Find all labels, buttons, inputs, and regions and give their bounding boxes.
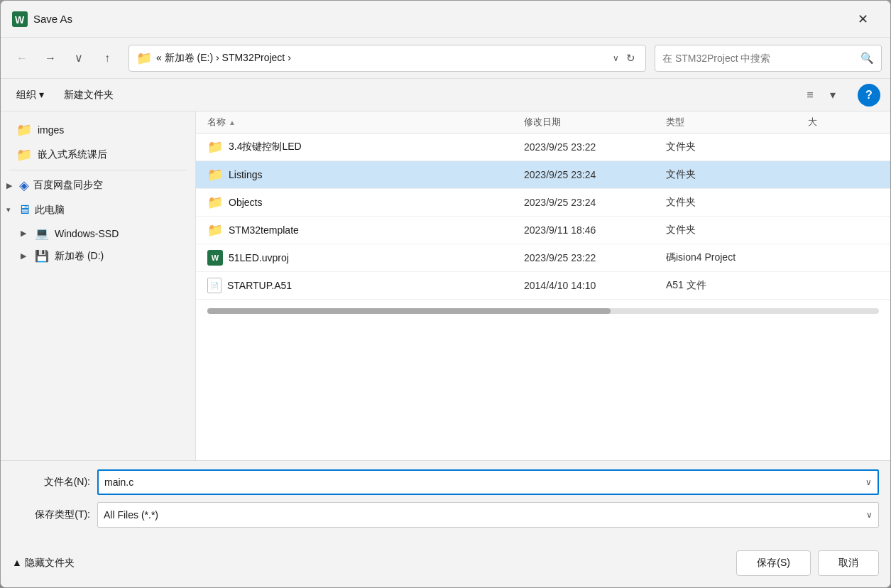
folder-icon: 📁: [207, 195, 223, 210]
sidebar-item-new-d[interactable]: ▶ 💾 新加卷 (D:): [1, 245, 195, 267]
address-bar[interactable]: 📁 « 新加卷 (E:) › STM32Project › ∨ ↻: [129, 45, 646, 72]
file-list-header: 名称 ▲ 修改日期 类型 大: [196, 111, 890, 134]
back-button[interactable]: ←: [9, 45, 35, 71]
svg-text:W: W: [15, 14, 25, 26]
search-box[interactable]: 🔍: [655, 45, 882, 72]
view-icons: ≡ ▾: [799, 85, 843, 106]
file-date: 2023/9/25 23:24: [524, 197, 666, 208]
file-date: 2023/9/25 23:22: [524, 141, 666, 153]
help-button[interactable]: ?: [858, 84, 880, 107]
address-path: « 新加卷 (E:) › STM32Project ›: [156, 52, 608, 65]
footer-buttons: 保存(S) 取消: [736, 550, 879, 576]
col-type-label: 类型: [666, 116, 684, 129]
file-name: STM32template: [229, 224, 299, 236]
dialog-title: Save As: [33, 13, 846, 25]
table-row[interactable]: 📁 Objects 2023/9/25 23:24 文件夹: [196, 189, 890, 217]
search-input[interactable]: [662, 53, 856, 64]
sidebar-label: 此电脑: [35, 204, 65, 217]
col-size-label: 大: [808, 116, 817, 129]
search-icon: 🔍: [860, 52, 874, 65]
sidebar-item-imges[interactable]: 📁 imges: [5, 118, 191, 142]
file-date: 2023/9/25 23:22: [524, 252, 666, 263]
close-button[interactable]: ✕: [846, 6, 879, 32]
new-folder-label: 新建文件夹: [64, 89, 114, 102]
help-label: ?: [865, 89, 873, 102]
sidebar-item-thispc[interactable]: ▾ 🖥 此电脑: [1, 198, 195, 222]
file-list-area: 名称 ▲ 修改日期 类型 大 📁 3.4按键控制LED: [196, 111, 890, 460]
up-button[interactable]: ↑: [94, 45, 120, 71]
table-row[interactable]: W 51LED.uvproj 2023/9/25 23:22 碼ision4 P…: [196, 244, 890, 272]
view-dropdown-button[interactable]: ▾: [822, 85, 843, 106]
filetype-label: 保存类型(T):: [12, 508, 97, 521]
bottom-form: 文件名(N): ∨ 保存类型(T): All Files (*.*) ∨: [1, 460, 890, 543]
drive-icon: 💾: [35, 249, 49, 263]
organize-label: 组织 ▾: [16, 89, 44, 102]
sidebar-item-baidu[interactable]: ▶ ◈ 百度网盘同步空: [1, 173, 195, 197]
filename-label: 文件名(N):: [12, 476, 97, 489]
sidebar-item-embedded[interactable]: 📁 嵌入式系统课后: [5, 143, 191, 167]
file-type: 文件夹: [666, 224, 808, 236]
hide-folders-button[interactable]: ▲ 隐藏文件夹: [12, 557, 75, 570]
filetype-dropdown-arrow[interactable]: ∨: [866, 510, 873, 520]
new-folder-button[interactable]: 新建文件夹: [58, 85, 119, 105]
filetype-row: 保存类型(T): All Files (*.*) ∨: [12, 502, 879, 528]
table-row[interactable]: 📁 STM32template 2023/9/11 18:46 文件夹: [196, 217, 890, 244]
save-button[interactable]: 保存(S): [736, 550, 811, 576]
file-name: STARTUP.A51: [227, 280, 292, 291]
refresh-button[interactable]: ↻: [623, 49, 638, 67]
cancel-button[interactable]: 取消: [818, 550, 879, 576]
file-date: 2023/9/25 23:24: [524, 169, 666, 180]
col-date[interactable]: 修改日期: [524, 116, 666, 129]
filetype-dropdown[interactable]: All Files (*.*) ∨: [97, 502, 879, 528]
filetype-value: All Files (*.*): [104, 509, 866, 521]
sidebar-label: 百度网盘同步空: [33, 179, 103, 192]
uvproj-icon: W: [207, 250, 223, 266]
save-as-dialog: W Save As ✕ ← → ∨ ↑ 📁 « 新加卷 (E:) › STM32…: [0, 0, 891, 588]
hide-folders-label: ▲ 隐藏文件夹: [12, 557, 75, 570]
recent-locations-button[interactable]: ∨: [66, 45, 92, 71]
chevron-right-icon: ▶: [21, 229, 26, 238]
file-type: A51 文件: [666, 279, 808, 292]
main-content: 📁 imges 📁 嵌入式系统课后 ▶ ◈ 百度网盘同步空 ▾ 🖥 此电脑 ▶ …: [1, 111, 890, 460]
filename-dropdown-arrow[interactable]: ∨: [863, 477, 872, 487]
file-type: 文件夹: [666, 168, 808, 181]
sidebar-label: 嵌入式系统课后: [38, 148, 107, 161]
filename-input[interactable]: [104, 477, 863, 488]
list-view-button[interactable]: ≡: [799, 85, 821, 106]
title-bar: W Save As ✕: [1, 1, 890, 38]
sidebar-divider: [9, 170, 187, 170]
file-list-body: 📁 3.4按键控制LED 2023/9/25 23:22 文件夹 📁 Listi…: [196, 134, 890, 460]
baidu-icon: ◈: [19, 178, 29, 193]
a51-file-icon: 📄: [207, 278, 222, 293]
folder-icon: 📁: [136, 50, 152, 66]
file-name: Listings: [229, 169, 262, 180]
col-size[interactable]: 大: [808, 116, 879, 129]
app-icon: W: [12, 11, 28, 27]
address-dropdown-icon[interactable]: ∨: [613, 53, 619, 63]
navigation-toolbar: ← → ∨ ↑ 📁 « 新加卷 (E:) › STM32Project › ∨ …: [1, 38, 890, 79]
file-name: 51LED.uvproj: [229, 252, 289, 263]
drive-icon: 💻: [35, 227, 49, 240]
col-type[interactable]: 类型: [666, 116, 808, 129]
folder-icon: 📁: [16, 122, 32, 138]
sidebar-item-windows-ssd[interactable]: ▶ 💻 Windows-SSD: [1, 222, 195, 244]
sidebar-label: 新加卷 (D:): [55, 250, 104, 263]
sidebar-label: Windows-SSD: [55, 228, 119, 239]
sidebar-label: imges: [38, 124, 64, 136]
table-row[interactable]: 📁 Listings 2023/9/25 23:24 文件夹: [196, 161, 890, 189]
organize-button[interactable]: 组织 ▾: [11, 85, 50, 105]
file-date: 2023/9/11 18:46: [524, 224, 666, 236]
action-bar: 组织 ▾ 新建文件夹 ≡ ▾ ?: [1, 79, 890, 111]
table-row[interactable]: 📁 3.4按键控制LED 2023/9/25 23:22 文件夹: [196, 134, 890, 161]
sort-asc-icon: ▲: [229, 119, 236, 126]
folder-icon: 📁: [207, 167, 223, 183]
col-name[interactable]: 名称 ▲: [207, 116, 524, 129]
sidebar: 📁 imges 📁 嵌入式系统课后 ▶ ◈ 百度网盘同步空 ▾ 🖥 此电脑 ▶ …: [1, 111, 196, 460]
filename-input-wrap[interactable]: ∨: [97, 469, 879, 495]
footer-bar: ▲ 隐藏文件夹 保存(S) 取消: [1, 543, 890, 587]
file-type: 文件夹: [666, 141, 808, 153]
table-row[interactable]: 📄 STARTUP.A51 2014/4/10 14:10 A51 文件: [196, 272, 890, 300]
chevron-down-icon: ▾: [6, 205, 11, 214]
forward-button[interactable]: →: [38, 45, 63, 71]
chevron-right-icon: ▶: [6, 181, 12, 190]
